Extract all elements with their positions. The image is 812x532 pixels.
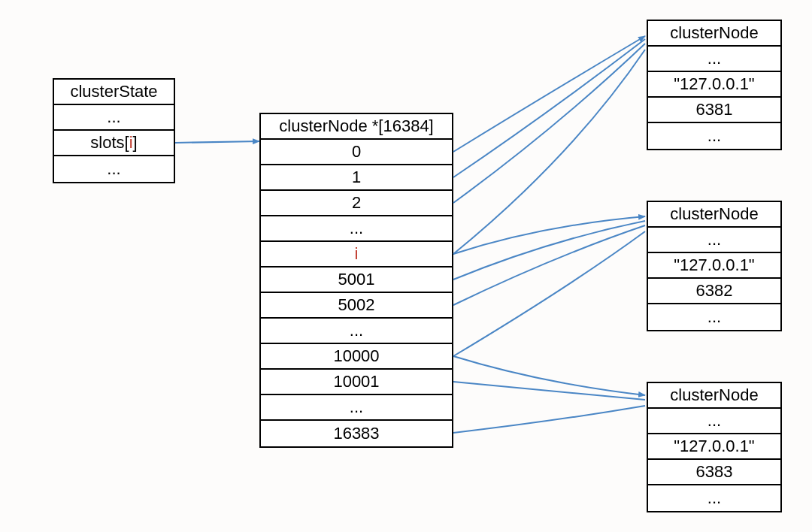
cluster-node-title-1: clusterNode: [648, 202, 780, 228]
slot-16383: 16383: [261, 421, 452, 446]
node0-row0: ...: [648, 47, 780, 72]
node2-row3: ...: [648, 485, 780, 511]
node2-port: 6383: [648, 460, 780, 485]
cluster-state-title: clusterState: [54, 80, 174, 105]
node1-row0: ...: [648, 228, 780, 253]
slots-label: slots[: [90, 133, 129, 153]
node1-row3: ...: [648, 304, 780, 330]
node2-row0: ...: [648, 409, 780, 434]
cluster-node-box-1: clusterNode ... "127.0.0.1" 6382 ...: [647, 201, 782, 331]
cluster-state-box: clusterState ... slots[i] ...: [53, 78, 175, 183]
node1-ip: "127.0.0.1": [648, 253, 780, 279]
slots-close-bracket: ]: [133, 133, 138, 153]
slots-array-box: clusterNode *[16384] 0 1 2 ... i 5001 50…: [259, 113, 453, 448]
node0-row3: ...: [648, 123, 780, 149]
cluster-state-row-ellipsis2: ...: [54, 156, 174, 182]
cluster-node-title-2: clusterNode: [648, 383, 780, 409]
slot-i: i: [261, 242, 452, 268]
cluster-node-box-2: clusterNode ... "127.0.0.1" 6383 ...: [647, 382, 782, 512]
slot-10000: 10000: [261, 344, 452, 370]
slot-ell2: ...: [261, 319, 452, 344]
slot-2: 2: [261, 191, 452, 216]
node0-ip: "127.0.0.1": [648, 72, 780, 98]
slot-5001: 5001: [261, 268, 452, 293]
slot-1: 1: [261, 165, 452, 191]
slot-ell1: ...: [261, 216, 452, 242]
node1-port: 6382: [648, 279, 780, 304]
cluster-node-title-0: clusterNode: [648, 21, 780, 47]
slot-ell3: ...: [261, 395, 452, 421]
slot-5002: 5002: [261, 293, 452, 319]
slot-10001: 10001: [261, 370, 452, 395]
slot-0: 0: [261, 140, 452, 165]
svg-line-0: [175, 141, 259, 143]
cluster-state-row-slots: slots[i]: [54, 131, 174, 156]
cluster-state-row-ellipsis1: ...: [54, 105, 174, 131]
cluster-node-box-0: clusterNode ... "127.0.0.1" 6381 ...: [647, 20, 782, 150]
slots-array-title: clusterNode *[16384]: [261, 114, 452, 140]
node0-port: 6381: [648, 98, 780, 123]
node2-ip: "127.0.0.1": [648, 434, 780, 460]
